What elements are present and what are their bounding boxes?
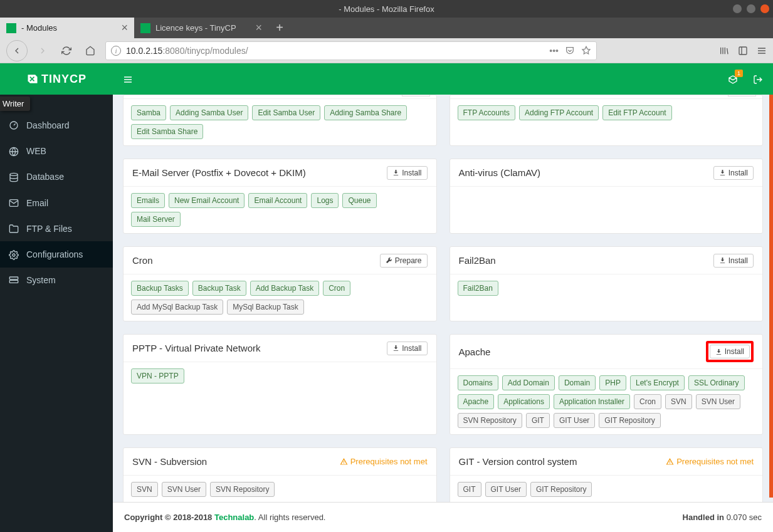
- browser-tab-modules[interactable]: - Modules ×: [0, 18, 134, 38]
- tab-close-icon[interactable]: ×: [121, 21, 128, 34]
- module-action-button[interactable]: Install: [387, 166, 427, 180]
- logout-button[interactable]: [753, 73, 763, 85]
- site-icon: [140, 23, 150, 33]
- module-tag[interactable]: Edit Samba Share: [131, 124, 203, 139]
- module-tag[interactable]: SVN Repository: [458, 413, 522, 428]
- module-tags: DomainsAdd DomainDomainPHPLet's EncryptS…: [450, 369, 763, 434]
- module-tag[interactable]: Add Domain: [502, 375, 555, 390]
- sidebar-item-configurations[interactable]: Configurations: [0, 241, 113, 267]
- sidebar-item-system[interactable]: System: [0, 268, 113, 293]
- module-tag[interactable]: Backup Task: [192, 281, 246, 296]
- module-tags: FTP AccountsAdding FTP AccountEdit FTP A…: [450, 99, 763, 127]
- menu-icon[interactable]: [757, 46, 767, 56]
- tab-close-icon[interactable]: ×: [255, 21, 262, 34]
- pocket-icon[interactable]: [565, 46, 575, 56]
- module-card: Fail2Ban InstallFail2Ban: [450, 246, 764, 321]
- module-tag[interactable]: GIT Repository: [599, 413, 660, 428]
- module-tag[interactable]: Add Backup Task: [250, 281, 320, 296]
- module-tag[interactable]: Mail Server: [131, 212, 181, 227]
- info-icon[interactable]: i: [111, 46, 121, 56]
- scrollbar[interactable]: [769, 95, 773, 498]
- module-tag[interactable]: Let's Encrypt: [630, 375, 685, 390]
- more-icon[interactable]: •••: [549, 46, 559, 56]
- sidebar-toggle-icon[interactable]: [738, 46, 748, 56]
- module-tag[interactable]: Application Installer: [554, 394, 630, 409]
- module-tag[interactable]: Backup Tasks: [131, 281, 189, 296]
- minimize-icon[interactable]: [733, 4, 742, 13]
- url-bar[interactable]: i 10.0.2.15:8080/tinycp/modules/ •••: [105, 41, 597, 60]
- module-tag[interactable]: Logs: [311, 193, 339, 208]
- module-tag[interactable]: Domain: [559, 375, 596, 390]
- sidebar-item-dashboard[interactable]: Dashboard: [0, 112, 113, 138]
- updates-button[interactable]: 1: [728, 73, 738, 85]
- module-tags: Fail2Ban: [450, 274, 763, 302]
- bookmark-star-icon[interactable]: [581, 46, 591, 56]
- module-tag[interactable]: MySql Backup Task: [227, 300, 304, 315]
- module-tag[interactable]: GIT User: [485, 482, 527, 497]
- module-tag[interactable]: Adding Samba User: [170, 105, 248, 120]
- module-tag[interactable]: Email Account: [248, 193, 307, 208]
- module-tag[interactable]: SVN User: [696, 394, 740, 409]
- module-tag[interactable]: SVN: [131, 482, 158, 497]
- module-header: E-Mail Server (Postfix + Dovecot + DKIM)…: [124, 159, 436, 187]
- sidebar-toggle-button[interactable]: [123, 73, 133, 84]
- module-tag[interactable]: SVN: [665, 394, 692, 409]
- module-tag[interactable]: SVN User: [162, 482, 206, 497]
- footer-brand-link[interactable]: Technalab: [214, 513, 254, 522]
- module-tag[interactable]: GIT User: [554, 413, 595, 428]
- module-tag[interactable]: SVN Repository: [210, 482, 275, 497]
- module-tag[interactable]: Samba: [131, 105, 166, 120]
- module-tag[interactable]: Add MySql Backup Task: [131, 300, 223, 315]
- sidebar-item-email[interactable]: Email: [0, 190, 113, 216]
- warning-label: Prerequisites not met: [666, 457, 754, 466]
- browser-tab-licence[interactable]: Licence keys - TinyCP ×: [134, 18, 268, 38]
- module-tag[interactable]: Domains: [458, 375, 498, 390]
- module-title: Apache: [459, 347, 491, 357]
- module-tag[interactable]: VPN - PPTP: [131, 368, 184, 383]
- module-header: Cron Prepare: [124, 247, 436, 274]
- module-action-button[interactable]: Install: [387, 342, 427, 355]
- svg-rect-7: [9, 280, 18, 283]
- module-tag[interactable]: SSL Ordinary: [688, 375, 745, 390]
- sidebar-item-label: Email: [26, 198, 48, 208]
- sidebar-item-database[interactable]: Database: [0, 164, 113, 190]
- module-tags: SVNSVN UserSVN Repository: [124, 476, 436, 502]
- sidebar: TINYCP MENU DashboardWEBDatabaseEmailFTP…: [0, 63, 113, 532]
- sidebar-item-ftp-files[interactable]: FTP & Files: [0, 216, 113, 241]
- reload-button[interactable]: [58, 42, 75, 60]
- close-icon[interactable]: [760, 4, 769, 13]
- module-tag[interactable]: GIT Repository: [530, 482, 592, 497]
- home-button[interactable]: [82, 42, 99, 60]
- module-tag[interactable]: GIT: [458, 482, 481, 497]
- module-tag[interactable]: GIT: [526, 413, 550, 428]
- module-tags: GITGIT UserGIT Repository: [450, 476, 763, 502]
- sidebar-item-web[interactable]: WEB: [0, 138, 113, 164]
- module-tag[interactable]: Cron: [634, 394, 661, 409]
- module-action-button[interactable]: Prepare: [380, 254, 428, 268]
- module-action-button[interactable]: Install: [713, 254, 754, 268]
- module-action-button[interactable]: Install: [710, 345, 750, 358]
- sidebar-logo[interactable]: TINYCP: [0, 63, 113, 95]
- module-tag[interactable]: Adding FTP Account: [519, 105, 599, 120]
- maximize-icon[interactable]: [747, 4, 755, 13]
- module-tag[interactable]: PHP: [599, 375, 626, 390]
- module-tag[interactable]: Edit FTP Account: [602, 105, 672, 120]
- library-icon[interactable]: [719, 46, 729, 56]
- module-action-button[interactable]: Install: [713, 166, 754, 180]
- back-button[interactable]: [6, 40, 28, 61]
- module-tag[interactable]: Queue: [342, 193, 376, 208]
- module-tag[interactable]: Adding Samba Share: [324, 105, 407, 120]
- svg-point-3: [10, 173, 18, 175]
- module-tag[interactable]: Fail2Ban: [458, 281, 498, 296]
- module-card: SVN - Subversion Prerequisites not metSV…: [123, 447, 437, 502]
- module-tag[interactable]: Emails: [131, 193, 165, 208]
- new-tab-button[interactable]: +: [268, 18, 291, 38]
- module-tag[interactable]: Cron: [323, 281, 350, 296]
- module-tag[interactable]: FTP Accounts: [458, 105, 515, 120]
- module-tag[interactable]: Apache: [458, 394, 495, 409]
- module-tag[interactable]: Edit Samba User: [252, 105, 320, 120]
- module-tag[interactable]: New Email Account: [169, 193, 245, 208]
- writer-badge: Writer: [0, 96, 30, 111]
- footer-copyright: Copyright © 2018-2018 Technalab. All rig…: [124, 513, 325, 522]
- module-tag[interactable]: Applications: [498, 394, 550, 409]
